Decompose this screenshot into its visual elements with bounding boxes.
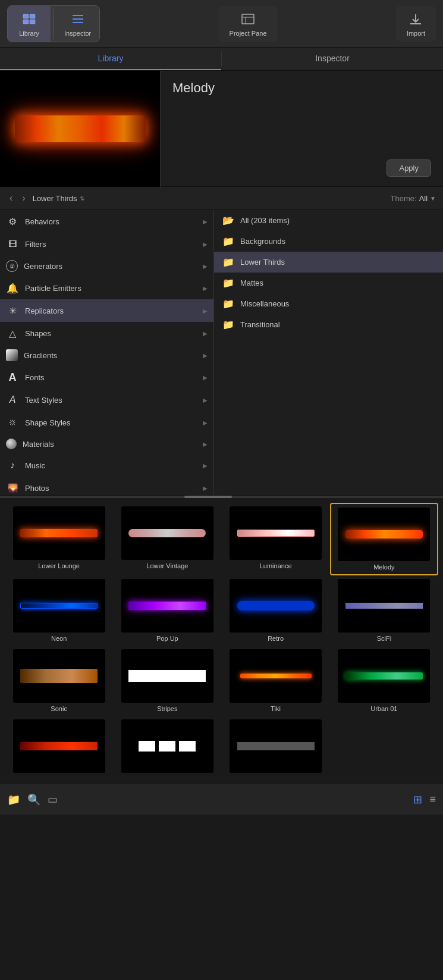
folder-lower-thirds-icon: 📁	[222, 256, 234, 268]
folder-transitional-icon: 📁	[222, 319, 234, 330]
particle-emitters-chevron-icon: ▶	[203, 285, 208, 292]
thumb-urban-01[interactable]: Urban 01	[330, 646, 438, 716]
svg-rect-2	[23, 20, 29, 24]
right-transitional-label: Transitional	[240, 320, 435, 329]
thumb-preview-unknown-3	[230, 719, 322, 773]
shapes-icon: △	[6, 327, 19, 340]
sidebar-item-text-styles[interactable]: A Text Styles ▶	[0, 389, 213, 411]
gradients-icon	[6, 349, 18, 361]
sidebar-item-replicators[interactable]: ✳ Replicators ▶	[0, 299, 213, 322]
preview-info: Melody Apply	[161, 71, 443, 186]
behaviors-chevron-icon: ▶	[203, 218, 208, 225]
nav-back-arrow[interactable]: ‹	[7, 192, 15, 205]
import-icon	[407, 11, 424, 27]
tab-inspector[interactable]: Inspector	[222, 48, 443, 70]
right-lower-thirds-label: Lower Thirds	[240, 258, 435, 267]
photos-chevron-icon: ▶	[203, 485, 208, 491]
library-button[interactable]: Library	[8, 6, 51, 42]
thumb-label-urban-01: Urban 01	[370, 705, 397, 712]
left-sidebar: ⚙ Behaviors ▶ 🎞 Filters ▶ ② Generators ▶…	[0, 210, 214, 495]
sidebar-item-fonts[interactable]: A Fonts ▶	[0, 366, 213, 389]
right-item-miscellaneous[interactable]: 📁 Miscellaneous	[214, 293, 443, 314]
thumb-unknown-3[interactable]	[222, 716, 330, 779]
thumb-urban-02[interactable]	[5, 716, 113, 779]
grid-view-icon[interactable]: ⊞	[413, 793, 422, 806]
thumb-preview-melody	[338, 508, 430, 561]
thumb-preview-unknown-2	[121, 719, 213, 773]
import-button[interactable]: Import	[396, 6, 436, 42]
fonts-chevron-icon: ▶	[203, 374, 208, 381]
sidebar-item-music[interactable]: ♪ Music ▶	[0, 454, 213, 477]
nav-forward-arrow[interactable]: ›	[20, 192, 27, 205]
sidebar-item-materials[interactable]: Materials ▶	[0, 434, 213, 454]
thumb-preview-sonic	[13, 649, 105, 703]
thumb-scifi[interactable]: SciFi	[330, 575, 438, 646]
thumb-melody[interactable]: Melody	[330, 503, 438, 575]
sidebar-item-shape-styles[interactable]: ⛭ Shape Styles ▶	[0, 411, 213, 434]
replicators-chevron-icon: ▶	[203, 308, 208, 314]
thumb-lower-vintage[interactable]: Lower Vintage	[113, 503, 221, 575]
fonts-icon: A	[6, 371, 19, 384]
thumb-preview-urban-02	[13, 719, 105, 773]
sidebar-item-generators[interactable]: ② Generators ▶	[0, 255, 213, 277]
music-icon: ♪	[6, 459, 19, 472]
tab-bar: Library Inspector	[0, 48, 443, 71]
list-view-icon[interactable]: ≡	[429, 793, 436, 806]
sidebar-item-particle-emitters[interactable]: 🔔 Particle Emitters ▶	[0, 277, 213, 299]
library-inspector-group: Library Inspector	[7, 5, 100, 42]
sidebar-shapes-label: Shapes	[25, 329, 197, 338]
thumb-label-sonic: Sonic	[51, 705, 67, 712]
right-miscellaneous-label: Miscellaneous	[240, 299, 435, 308]
right-item-mattes[interactable]: 📁 Mattes	[214, 273, 443, 293]
thumb-label-lower-vintage: Lower Vintage	[146, 562, 188, 569]
sidebar-item-filters[interactable]: 🎞 Filters ▶	[0, 233, 213, 255]
sidebar-photos-label: Photos	[25, 484, 197, 493]
right-all-label: All (203 items)	[240, 216, 435, 225]
preview-title: Melody	[172, 80, 431, 96]
nav-theme-value[interactable]: All	[419, 194, 428, 203]
apply-button[interactable]: Apply	[387, 159, 431, 177]
right-item-backgrounds[interactable]: 📁 Backgrounds	[214, 231, 443, 252]
sidebar-generators-label: Generators	[24, 262, 197, 271]
add-folder-icon[interactable]: 📁	[7, 793, 20, 806]
top-toolbar: Library Inspector Project Pane	[0, 0, 443, 48]
svg-rect-1	[30, 14, 35, 18]
sidebar-item-gradients[interactable]: Gradients ▶	[0, 345, 213, 366]
project-pane-button[interactable]: Project Pane	[219, 6, 278, 42]
import-label: Import	[407, 30, 425, 37]
inspector-button[interactable]: Inspector	[56, 6, 99, 42]
nav-sort-arrows-icon[interactable]: ⇅	[80, 195, 84, 202]
folder-mattes-icon: 📁	[222, 277, 234, 289]
right-item-lower-thirds[interactable]: 📁 Lower Thirds	[214, 252, 443, 273]
thumb-tiki[interactable]: Tiki	[222, 646, 330, 716]
thumb-stripes[interactable]: Stripes	[113, 646, 221, 716]
thumb-unknown-2[interactable]	[113, 716, 221, 779]
thumb-retro[interactable]: Retro	[222, 575, 330, 646]
sidebar-item-shapes[interactable]: △ Shapes ▶	[0, 322, 213, 345]
thumb-luminance[interactable]: Luminance	[222, 503, 330, 575]
preview-toggle-icon[interactable]: ▭	[48, 793, 58, 806]
sidebar-item-behaviors[interactable]: ⚙ Behaviors ▶	[0, 210, 213, 233]
right-item-transitional[interactable]: 📁 Transitional	[214, 314, 443, 335]
thumb-pop-up[interactable]: Pop Up	[113, 575, 221, 646]
thumb-preview-tiki	[230, 649, 322, 703]
thumb-label-neon: Neon	[51, 635, 67, 642]
nav-location-label: Lower Thirds	[33, 194, 77, 203]
svg-rect-0	[23, 14, 29, 18]
search-icon[interactable]: 🔍	[27, 793, 40, 806]
sidebar-behaviors-label: Behaviors	[25, 217, 197, 226]
thumb-neon[interactable]: Neon	[5, 575, 113, 646]
thumb-lower-lounge[interactable]: Lower Lounge	[5, 503, 113, 575]
folder-backgrounds-icon: 📁	[222, 236, 234, 247]
nav-theme-dropdown-icon[interactable]: ▼	[430, 195, 436, 202]
thumb-label-stripes: Stripes	[157, 705, 177, 712]
bottom-toolbar: 📁 🔍 ▭ ⊞ ≡	[0, 784, 443, 815]
thumb-label-pop-up: Pop Up	[156, 635, 178, 642]
nav-theme-label: Theme:	[391, 194, 417, 203]
thumb-sonic[interactable]: Sonic	[5, 646, 113, 716]
inspector-icon	[70, 11, 86, 27]
sidebar-item-photos[interactable]: 🌄 Photos ▶	[0, 477, 213, 495]
tab-library[interactable]: Library	[0, 48, 221, 70]
right-item-all[interactable]: 📂 All (203 items)	[214, 210, 443, 231]
shape-styles-icon: ⛭	[6, 416, 19, 429]
